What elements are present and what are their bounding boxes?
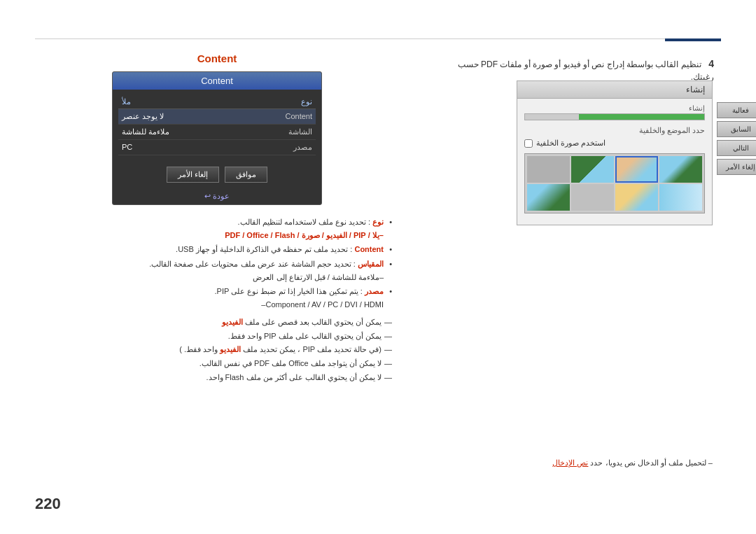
link-text-static: – لتحميل ملف أو الدخال نص يدويا، حدد [588, 458, 713, 467]
thumb-2[interactable] [615, 156, 658, 183]
thumb-7[interactable] [571, 184, 614, 211]
bullet-list: نوع : تحديد نوع ملف لاستخدامه لتنظيم الق… [35, 216, 399, 311]
bullet3-label: المقياس [358, 260, 384, 268]
bullet4-extra: Component / AV / PC / DVI / HDMI– [261, 300, 384, 309]
bullet3-extra: –ملاءمة للشاشة / قبل الارتفاع إلى العرض [253, 273, 384, 281]
content-row-1[interactable]: الشاشة ملاءمة للشاشة [118, 125, 316, 140]
creation-dialog: إنشاء إنشاء حدد الموضع والخلفية استخدم ص… [517, 80, 713, 225]
content-row-0[interactable]: Content لا يوجد عنصر [118, 109, 316, 125]
progress-bar-fill [579, 114, 704, 120]
content-dialog: Content نوع ملأ Content لا يوجد عنصر الش… [112, 71, 322, 205]
thumb-4[interactable] [527, 156, 570, 183]
dash-3: (في حالة تحديد ملف PIP ، يمكن تحديد ملف … [35, 343, 392, 356]
dash-5: لا يمكن أن يحتوي القالب على أكثر من ملف … [35, 371, 392, 384]
checkbox-row: استخدم صورة الخلفية [524, 139, 705, 148]
link-area: – لتحميل ملف أو الدخال نص يدويا، حدد نص … [552, 458, 713, 468]
thumb-1[interactable] [659, 156, 702, 183]
bullet1-red: –يلا / PIP / الفيديو / صورة / PDF / Offi… [225, 231, 384, 239]
bullet2-text: : تحديد ملف تم حفظه في الذاكرة الداخلية … [176, 245, 352, 253]
creation-buttons: فعالية السابق التالي إلغاء الأمر [717, 102, 756, 175]
thumb-8[interactable] [527, 184, 570, 211]
step-description: تنظيم القالب بواسطة إدراج نص أو فيديو أو… [458, 59, 714, 82]
content-row-2[interactable]: مصدر PC [118, 140, 316, 155]
row0-label: Content [285, 112, 312, 121]
bullet1-text: : تحديد نوع ملف لاستخدامه لتنظيم القالب. [237, 218, 370, 226]
footer-arrow: ↩ [204, 192, 211, 200]
creation-dialog-title: إنشاء [517, 81, 712, 99]
progress-label: إنشاء [524, 104, 705, 112]
cancel-button-dialog[interactable]: إلغاء الأمر [167, 167, 219, 183]
content-section-title: Content [35, 52, 399, 64]
dash-4: لا يمكن أن يتواجد ملف Office ملف PDF في … [35, 357, 392, 370]
dash-2: يمكن أن يحتوي القالب على ملف PIP واحد فق… [35, 330, 392, 343]
dash-1: يمكن أن يحتوي القالب بعد قصص على ملف الف… [35, 316, 392, 329]
bullet1-label: نوع [372, 218, 384, 226]
bullet-2: Content : تحديد ملف تم حفظه في الذاكرة ا… [35, 243, 392, 256]
background-checkbox[interactable] [524, 139, 533, 148]
col-type: نوع [301, 97, 312, 106]
next-button[interactable]: التالي [717, 140, 756, 156]
top-divider [35, 38, 721, 39]
bullet-3: المقياس : تحديد حجم الشاشة عند عرض ملف م… [35, 258, 392, 283]
content-dialog-buttons: موافق إلغاء الأمر [113, 161, 321, 188]
bullet-1: نوع : تحديد نوع ملف لاستخدامه لتنظيم الق… [35, 216, 392, 241]
content-dialog-footer[interactable]: ↩ عودة [113, 188, 321, 204]
footer-label: عودة [213, 192, 230, 200]
row0-value: لا يوجد عنصر [122, 112, 164, 121]
ok-button[interactable]: موافق [225, 167, 267, 183]
thumb-5[interactable] [659, 184, 702, 211]
bullet-4: مصدر : يتم تمكين هذا الخيار إذا تم ضبط ن… [35, 285, 392, 311]
content-dialog-header: نوع ملأ [118, 95, 316, 109]
thumb-3[interactable] [571, 156, 614, 183]
accent-bar [665, 38, 721, 41]
step-number: 4 [708, 58, 714, 69]
bullet2-label: Content [354, 245, 384, 253]
row2-label: مصدر [293, 143, 312, 152]
bullet4-label: مصدر [365, 287, 384, 295]
prev-button[interactable]: السابق [717, 121, 756, 137]
bullet3-text: : تحديد حجم الشاشة عند عرض ملف محتويات ع… [149, 260, 356, 268]
progress-bar-outer [524, 113, 705, 120]
thumbnail-grid [524, 153, 705, 213]
thumb-6[interactable] [615, 184, 658, 211]
link-text-red[interactable]: نص الإدخال [552, 458, 588, 467]
dashed-list: يمكن أن يحتوي القالب بعد قصص على ملف الف… [35, 316, 399, 384]
page-number: 220 [35, 495, 61, 513]
row1-value: ملاءمة للشاشة [122, 127, 169, 136]
col-fill: ملأ [122, 97, 131, 106]
add-button[interactable]: فعالية [717, 102, 756, 118]
row1-label: الشاشة [288, 127, 312, 136]
left-content-area: Content Content نوع ملأ Content لا يوجد … [35, 52, 399, 384]
content-dialog-table: نوع ملأ Content لا يوجد عنصر الشاشة ملاء… [113, 90, 321, 161]
checkbox-label: استخدم صورة الخلفية [536, 139, 606, 148]
bullet4-text: : يتم تمكين هذا الخيار إذا تم ضبط نوع عل… [215, 287, 363, 295]
cancel-button[interactable]: إلغاء الأمر [717, 159, 756, 175]
row2-value: PC [122, 143, 132, 152]
section-title: حدد الموضع والخلفية [524, 126, 705, 135]
content-dialog-title: Content [113, 72, 321, 90]
